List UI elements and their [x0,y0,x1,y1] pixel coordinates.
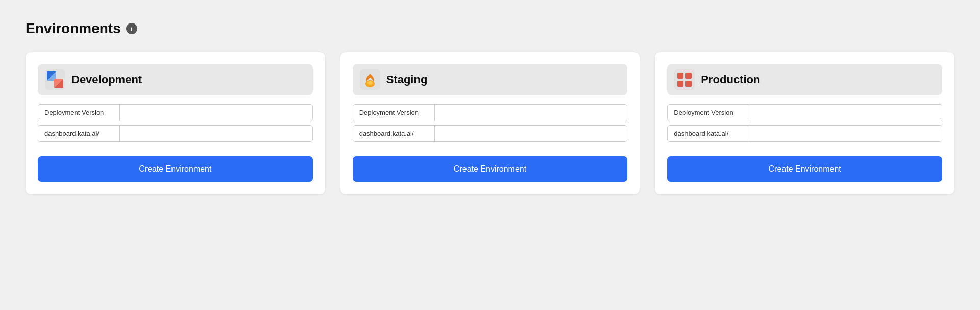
dev-env-name: Development [71,73,142,86]
env-card-staging: Staging Deployment Version dashboard.kat… [340,52,640,194]
svg-rect-10 [685,73,692,79]
staging-fields: Deployment Version dashboard.kata.ai/ [353,104,628,142]
prod-env-name: Production [701,73,760,86]
prod-env-icon [674,69,695,90]
prod-url-input[interactable] [749,126,942,141]
page-title: Environments [26,20,121,37]
staging-url-row: dashboard.kata.ai/ [353,125,628,142]
page-header: Environments i [26,20,954,37]
staging-create-environment-button[interactable]: Create Environment [353,156,628,182]
env-name-row-development: Development [38,64,313,95]
prod-create-environment-button[interactable]: Create Environment [667,156,942,182]
prod-deployment-version-row: Deployment Version [667,104,942,121]
dev-create-environment-button[interactable]: Create Environment [38,156,313,182]
staging-deployment-version-label: Deployment Version [353,105,435,121]
prod-deployment-version-label: Deployment Version [668,105,749,121]
dev-url-input[interactable] [120,126,312,141]
svg-rect-9 [677,73,683,79]
env-card-development: Development Deployment Version dashboard… [26,52,325,194]
info-icon[interactable]: i [126,23,137,34]
staging-deployment-version-input[interactable] [435,105,627,121]
svg-rect-11 [677,81,683,87]
env-card-production: Production Deployment Version dashboard.… [655,52,954,194]
dev-deployment-version-label: Deployment Version [38,105,120,121]
page-container: Environments i [26,20,954,194]
prod-url-label: dashboard.kata.ai/ [668,126,749,141]
dev-deployment-version-input[interactable] [120,105,312,121]
staging-env-icon [360,69,380,90]
svg-rect-8 [674,69,695,90]
dev-fields: Deployment Version dashboard.kata.ai/ [38,104,313,142]
env-name-row-staging: Staging [353,64,628,95]
dev-url-row: dashboard.kata.ai/ [38,125,313,142]
dev-deployment-version-row: Deployment Version [38,104,313,121]
svg-point-7 [368,81,373,85]
prod-url-row: dashboard.kata.ai/ [667,125,942,142]
dev-env-icon [45,69,65,90]
staging-deployment-version-row: Deployment Version [353,104,628,121]
svg-rect-12 [685,81,692,87]
env-name-row-production: Production [667,64,942,95]
prod-deployment-version-input[interactable] [749,105,942,121]
prod-fields: Deployment Version dashboard.kata.ai/ [667,104,942,142]
cards-container: Development Deployment Version dashboard… [26,52,954,194]
staging-url-input[interactable] [435,126,627,141]
staging-url-label: dashboard.kata.ai/ [353,126,435,141]
staging-env-name: Staging [386,73,428,86]
dev-url-label: dashboard.kata.ai/ [38,126,120,141]
